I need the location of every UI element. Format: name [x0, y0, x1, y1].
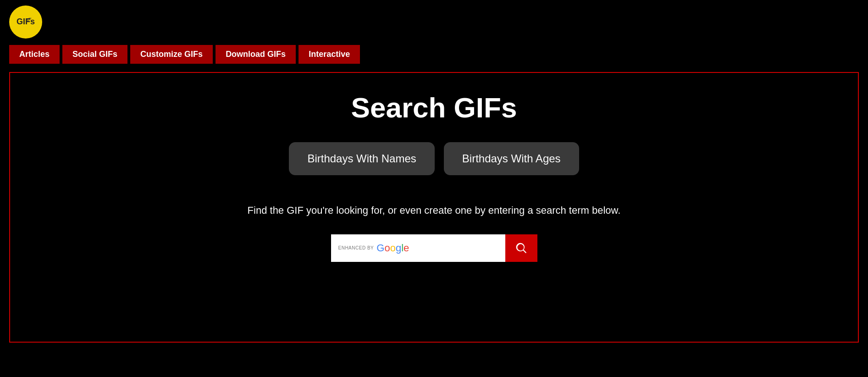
- search-button[interactable]: [505, 234, 537, 262]
- main-section: Search GIFs Birthdays With Names Birthda…: [9, 72, 859, 343]
- page-title: Search GIFs: [351, 91, 517, 124]
- birthdays-with-ages-button[interactable]: Birthdays With Ages: [444, 142, 579, 175]
- nav-item-articles[interactable]: Articles: [9, 45, 60, 64]
- nav-item-social-gifs[interactable]: Social GIFs: [62, 45, 127, 64]
- birthdays-with-names-button[interactable]: Birthdays With Names: [289, 142, 434, 175]
- search-description: Find the GIF you're looking for, or even…: [248, 203, 621, 218]
- nav-item-customize-gifs[interactable]: Customize GIFs: [130, 45, 213, 64]
- logo[interactable]: GIFs ✏: [9, 6, 42, 39]
- nav-item-download-gifs[interactable]: Download GIFs: [216, 45, 296, 64]
- navigation: Articles Social GIFs Customize GIFs Down…: [0, 39, 868, 70]
- search-input-wrapper: ENHANCED BY Google: [331, 234, 505, 262]
- nav-item-interactive[interactable]: Interactive: [299, 45, 360, 64]
- search-bar-container: ENHANCED BY Google: [331, 234, 537, 262]
- enhanced-by-label: ENHANCED BY: [338, 246, 374, 250]
- google-logo: Google: [376, 242, 409, 254]
- category-buttons: Birthdays With Names Birthdays With Ages: [289, 142, 579, 175]
- header: GIFs ✏: [0, 0, 868, 39]
- search-icon: [515, 242, 527, 254]
